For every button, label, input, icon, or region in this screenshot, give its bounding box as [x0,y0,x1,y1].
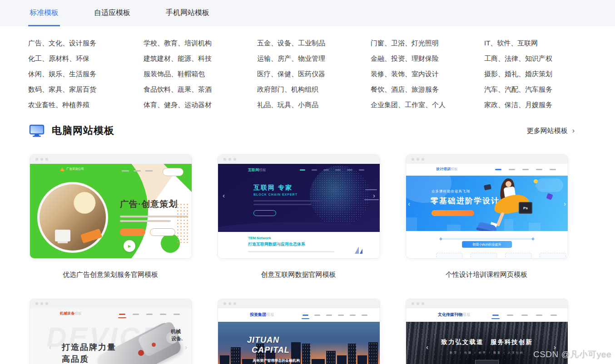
decor-block [529,223,541,231]
nav-active-underline [118,317,126,318]
category-column-5: IT、软件、互联网 工商、法律、知识产权 摄影、婚礼、婚庆策划 汽车、汽配、汽车… [484,38,615,109]
browser-chrome-bar [218,299,380,308]
mock-hero-subheading: BLOCK CHAIN EXPERT [253,193,298,196]
chevron-right-icon: › [572,127,575,134]
category-link-advertising[interactable]: 广告、文化、设计服务 [28,38,144,48]
category-link-construction[interactable]: 建筑建材、能源、科技 [144,54,257,63]
decor-diamond [439,237,442,241]
category-link-decoration[interactable]: 装修、装饰、室内设计 [371,69,484,79]
template-card-capital[interactable]: 投资集团模板 [218,299,380,364]
category-link-hardware[interactable]: 五金、设备、工业制品 [257,38,371,48]
category-link-gifts[interactable]: 礼品、玩具、小商品 [257,100,371,109]
section-header: 电脑网站模板 更多网站模板 › [29,123,575,139]
feature-placeholder [471,253,497,258]
chrome-dot [233,158,236,161]
machine-red-accent [138,350,144,356]
more-templates-link[interactable]: 更多网站模板 › [527,127,575,135]
building-silhouette [302,344,310,364]
category-link-apparel[interactable]: 服装饰品、鞋帽箱包 [144,69,257,79]
category-link-digital[interactable]: 数码、家具、家居百货 [28,84,144,94]
template-caption[interactable]: 优选广告创意策划服务官网模板 [30,271,191,279]
mock-site-logo: 广告策划公司 [60,167,84,171]
chrome-dot [45,158,48,161]
template-cell-advertising: ▶ 广告策划公司 广告·创意策划 [30,154,191,279]
category-link-doors-lighting[interactable]: 门窗、卫浴、灯光照明 [371,38,484,48]
nav-placeholder [509,169,515,170]
category-link-catering[interactable]: 餐饮、酒店、旅游服务 [371,84,484,94]
template-caption[interactable]: 个性设计培训课程网页模板 [406,271,567,279]
nav-placeholder [362,315,367,316]
building-silhouette [337,355,347,364]
category-column-1: 广告、文化、设计服务 化工、原材料、环保 休闲、娱乐、生活服务 数码、家具、家居… [28,38,144,109]
globe-label-placeholder [365,189,377,190]
chrome-dot [417,302,419,305]
nav-placeholder [492,315,499,316]
text-placeholder [253,204,312,205]
feature-placeholder [436,253,462,258]
section-title: 电脑网站模板 [52,124,114,138]
decor-dot-grid [176,203,188,243]
sail-logo-shape [355,246,359,254]
template-card-advertising[interactable]: ▶ 广告策划公司 广告·创意策划 [30,154,192,259]
browser-chrome-bar [30,299,192,308]
category-link-enterprise[interactable]: 企业集团、工作室、个人 [371,100,484,109]
nav-placeholder [338,315,344,316]
category-link-government[interactable]: 政府部门、机构组织 [257,84,371,94]
template-card-design-training[interactable]: 设计培训模板 众多课程助你迎风飞翔 零基础 [406,154,568,259]
category-link-legal[interactable]: 工商、法律、知识产权 [484,54,615,63]
carousel-left-arrow: ‹ [49,344,51,350]
template-card-internet[interactable]: 互联网模板 互联网 专家 BLOCK CHAIN EXPERT [218,154,380,259]
building-silhouette [220,355,229,364]
category-link-transport[interactable]: 运输、房产、物业管理 [257,54,371,63]
carousel-left-arrow: ‹ [408,200,410,207]
mock-hero-subtitle: 具有资产管理理念的金融机构 [253,358,300,363]
mock-hero-heading: 互联网 专家 [253,184,293,192]
category-link-medical[interactable]: 医疗、保健、医药仪器 [257,69,371,79]
decor-block [406,217,417,231]
carousel-left-arrow: ‹ [223,192,225,199]
mock-site-logo-strong: 投资集团 [250,312,266,317]
template-caption[interactable]: 创意互联网数据官网模板 [218,271,379,279]
mock-footer-title: TEM Network [248,236,380,240]
template-cell-machinery: DEVICE 机械设备模板 打造品牌力量 高品质 [30,299,191,364]
category-link-chemical[interactable]: 化工、原材料、环保 [28,54,144,63]
category-link-auto[interactable]: 汽车、汽配、汽车服务 [484,84,615,94]
category-link-food[interactable]: 食品饮料、蔬果、茶酒 [144,84,257,94]
mock-site-logo-strong: 机械设备 [60,311,74,315]
category-link-housekeeping[interactable]: 家政、保洁、月嫂服务 [484,100,615,109]
category-link-it[interactable]: IT、软件、互联网 [484,38,615,48]
category-grid: 广告、文化、设计服务 化工、原材料、环保 休闲、娱乐、生活服务 数码、家具、家居… [0,26,615,109]
mock-site-logo: 机械设备模板 [60,311,82,316]
tab-standard-templates[interactable]: 标准模板 [28,0,60,26]
chrome-dot [228,302,231,305]
building-silhouette [368,342,378,364]
mock-site-logo-light: 模板 [451,167,458,171]
category-link-education[interactable]: 学校、教育、培训机构 [144,38,257,48]
tab-mobile-templates[interactable]: 手机网站模板 [164,0,211,26]
template-preview-machinery: DEVICE 机械设备模板 打造品牌力量 高品质 [30,308,192,364]
mock-hero-heading-line1: 打造品牌力量 [62,342,116,353]
nav-active-underline [302,318,309,319]
mock-site-logo-light: 模板 [74,311,82,315]
template-card-row-1: ▶ 广告策划公司 广告·创意策划 [0,154,615,279]
category-link-photography[interactable]: 摄影、婚礼、婚庆策划 [484,69,615,79]
browser-chrome-bar [406,299,568,308]
mock-hero-banner: 互联网模板 互联网 专家 BLOCK CHAIN EXPERT [218,164,380,232]
nav-active-underline [491,318,500,319]
category-link-finance[interactable]: 金融、投资、理财保险 [371,54,484,63]
play-icon: ▶ [124,240,135,252]
tab-adaptive-templates[interactable]: 自适应模板 [93,0,132,26]
feature-placeholder [505,253,531,258]
category-link-agriculture[interactable]: 农业畜牲、种植养殖 [28,100,144,109]
floating-tile [546,193,553,200]
category-link-sports[interactable]: 体育、健身、运动器材 [144,100,257,109]
decor-wave [218,222,380,232]
mock-site-logo-light: 模板 [259,168,266,172]
category-link-leisure[interactable]: 休闲、娱乐、生活服务 [28,69,144,79]
mock-primary-button [120,228,145,236]
globe-label-placeholder [364,199,379,200]
template-card-machinery[interactable]: DEVICE 机械设备模板 打造品牌力量 高品质 [30,299,192,364]
photo-monitor-shape [55,230,70,241]
nav-placeholder [335,169,341,171]
nav-placeholder [347,169,352,171]
